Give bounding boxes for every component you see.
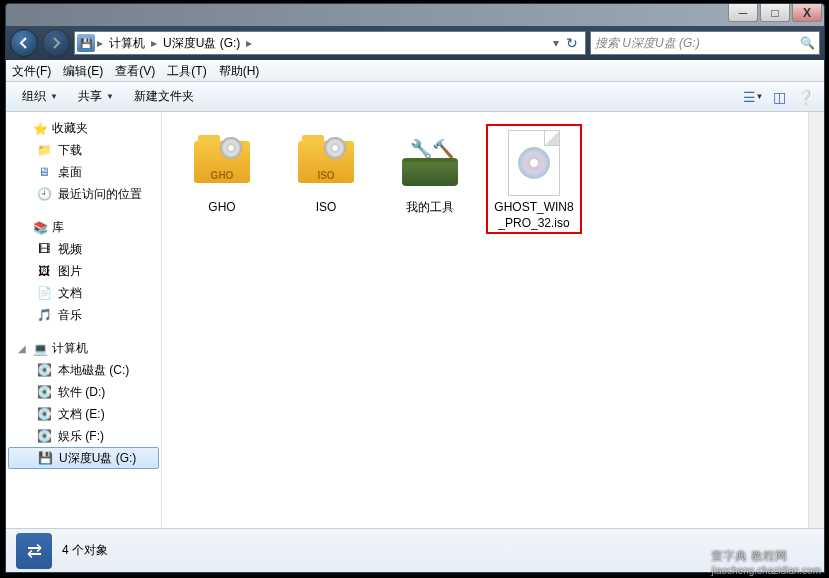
sidebar-label: 文档 — [58, 285, 82, 302]
file-ghost-iso[interactable]: GHOST_WIN8_PRO_32.iso — [486, 124, 582, 234]
organize-button[interactable]: 组织 ▼ — [14, 86, 66, 107]
breadcrumb-computer[interactable]: 计算机 — [105, 32, 149, 54]
breadcrumb-arrow-icon[interactable]: ▸ — [149, 36, 159, 50]
sidebar-item-drive-e[interactable]: 💽 文档 (E:) — [6, 403, 161, 425]
nav-bar: 💾 ▸ 计算机 ▸ U深度U盘 (G:) ▸ ▾ ↻ 搜索 U深度U盘 (G:)… — [6, 26, 824, 60]
sidebar-group-favorites: ⭐ 收藏夹 📁 下载 🖥 桌面 🕘 最近访问的位置 — [6, 118, 161, 205]
view-options-button[interactable]: ☰ ▼ — [742, 86, 764, 108]
sidebar-label: 桌面 — [58, 164, 82, 181]
new-folder-button[interactable]: 新建文件夹 — [126, 86, 202, 107]
vertical-scrollbar[interactable] — [808, 112, 824, 528]
sidebar-item-drive-g[interactable]: 💾 U深度U盘 (G:) — [8, 447, 159, 469]
folder-gho[interactable]: GHO GHO — [174, 124, 270, 234]
search-icon[interactable]: 🔍 — [800, 36, 815, 50]
sidebar-item-drive-f[interactable]: 💽 娱乐 (F:) — [6, 425, 161, 447]
sidebar-item-desktop[interactable]: 🖥 桌面 — [6, 161, 161, 183]
arrow-right-icon — [49, 36, 63, 50]
toolbox-icon: 🔧🔨 — [396, 128, 464, 196]
watermark: 查字典 教程网 jiaocheng.chazidian.com — [711, 548, 821, 576]
menu-help[interactable]: 帮助(H) — [219, 63, 260, 80]
sidebar-label: 娱乐 (F:) — [58, 428, 104, 445]
collapse-icon[interactable]: ◢ — [18, 343, 28, 354]
titlebar[interactable]: ─ □ X — [6, 4, 824, 26]
video-icon: 🎞 — [36, 241, 52, 257]
iso-file-icon — [500, 130, 568, 196]
minimize-button[interactable]: ─ — [728, 4, 758, 22]
status-bar: ⇄ 4 个对象 — [6, 528, 824, 572]
folder-icon: GHO — [188, 128, 256, 196]
sidebar-label: 最近访问的位置 — [58, 186, 142, 203]
close-button[interactable]: X — [792, 4, 822, 22]
file-list[interactable]: GHO GHO ISO ISO 🔧🔨 我的工具 GHOST_WIN8_PRO_3… — [162, 112, 808, 528]
drive-icon: 💾 — [77, 34, 95, 52]
toolbar: 组织 ▼ 共享 ▼ 新建文件夹 ☰ ▼ ◫ ❔ — [6, 82, 824, 112]
menu-edit[interactable]: 编辑(E) — [63, 63, 103, 80]
chevron-down-icon: ▼ — [50, 92, 58, 101]
sidebar-label: 库 — [52, 219, 64, 236]
sidebar-label: 图片 — [58, 263, 82, 280]
star-icon: ⭐ — [32, 121, 48, 137]
sidebar-item-documents[interactable]: 📄 文档 — [6, 282, 161, 304]
share-button[interactable]: 共享 ▼ — [70, 86, 122, 107]
explorer-window: ─ □ X 💾 ▸ 计算机 ▸ U深度U盘 (G:) ▸ ▾ ↻ 搜索 U深度U… — [5, 3, 825, 573]
arrow-left-icon — [17, 36, 31, 50]
sidebar-item-drive-c[interactable]: 💽 本地磁盘 (C:) — [6, 359, 161, 381]
breadcrumb-arrow-icon[interactable]: ▸ — [95, 36, 105, 50]
sidebar-item-pictures[interactable]: 🖼 图片 — [6, 260, 161, 282]
library-icon: 📚 — [32, 220, 48, 236]
breadcrumb-arrow-icon[interactable]: ▸ — [244, 36, 254, 50]
sidebar-label: U深度U盘 (G:) — [59, 450, 136, 467]
sidebar-label: 收藏夹 — [52, 120, 88, 137]
file-label: 我的工具 — [406, 200, 454, 216]
status-text: 4 个对象 — [62, 542, 108, 559]
preview-pane-button[interactable]: ◫ — [768, 86, 790, 108]
sidebar-group-computer: ◢ 💻 计算机 💽 本地磁盘 (C:) 💽 软件 (D:) 💽 文档 (E:) — [6, 338, 161, 469]
desktop-icon: 🖥 — [36, 164, 52, 180]
sidebar-item-recent[interactable]: 🕘 最近访问的位置 — [6, 183, 161, 205]
drive-icon: 💽 — [36, 384, 52, 400]
sidebar-item-videos[interactable]: 🎞 视频 — [6, 238, 161, 260]
dropdown-icon[interactable]: ▾ — [551, 36, 561, 50]
address-bar[interactable]: 💾 ▸ 计算机 ▸ U深度U盘 (G:) ▸ ▾ ↻ — [74, 31, 586, 55]
menu-tools[interactable]: 工具(T) — [167, 63, 206, 80]
folder-icon: 📁 — [36, 142, 52, 158]
drive-icon: 💽 — [36, 406, 52, 422]
sidebar-label: 本地磁盘 (C:) — [58, 362, 129, 379]
document-icon: 📄 — [36, 285, 52, 301]
drive-icon: 💽 — [36, 362, 52, 378]
sidebar-item-music[interactable]: 🎵 音乐 — [6, 304, 161, 326]
folder-tools[interactable]: 🔧🔨 我的工具 — [382, 124, 478, 234]
search-placeholder: 搜索 U深度U盘 (G:) — [595, 35, 700, 52]
folder-icon: ISO — [292, 128, 360, 196]
sidebar-head-computer[interactable]: ◢ 💻 计算机 — [6, 338, 161, 359]
usb-drive-icon: 💾 — [37, 450, 53, 466]
navigation-pane: ⭐ 收藏夹 📁 下载 🖥 桌面 🕘 最近访问的位置 — [6, 112, 162, 528]
file-label: GHOST_WIN8_PRO_32.iso — [492, 200, 576, 231]
refresh-button[interactable]: ↻ — [561, 32, 583, 54]
menu-view[interactable]: 查看(V) — [115, 63, 155, 80]
file-label: GHO — [208, 200, 235, 216]
sidebar-group-libraries: 📚 库 🎞 视频 🖼 图片 📄 文档 🎵 音乐 — [6, 217, 161, 326]
folder-iso[interactable]: ISO ISO — [278, 124, 374, 234]
drive-icon: 💽 — [36, 428, 52, 444]
back-button[interactable] — [10, 29, 38, 57]
organize-label: 组织 — [22, 88, 46, 105]
sidebar-head-favorites[interactable]: ⭐ 收藏夹 — [6, 118, 161, 139]
maximize-button[interactable]: □ — [760, 4, 790, 22]
sidebar-label: 下载 — [58, 142, 82, 159]
sidebar-item-downloads[interactable]: 📁 下载 — [6, 139, 161, 161]
breadcrumb-drive[interactable]: U深度U盘 (G:) — [159, 32, 244, 54]
sidebar-label: 计算机 — [52, 340, 88, 357]
recent-icon: 🕘 — [36, 186, 52, 202]
share-label: 共享 — [78, 88, 102, 105]
sidebar-head-libraries[interactable]: 📚 库 — [6, 217, 161, 238]
forward-button[interactable] — [42, 29, 70, 57]
file-label: ISO — [316, 200, 337, 216]
search-input[interactable]: 搜索 U深度U盘 (G:) 🔍 — [590, 31, 820, 55]
chevron-down-icon: ▼ — [106, 92, 114, 101]
help-button[interactable]: ❔ — [794, 86, 816, 108]
sidebar-item-drive-d[interactable]: 💽 软件 (D:) — [6, 381, 161, 403]
menu-file[interactable]: 文件(F) — [12, 63, 51, 80]
menu-bar: 文件(F) 编辑(E) 查看(V) 工具(T) 帮助(H) — [6, 60, 824, 82]
content-area: ⭐ 收藏夹 📁 下载 🖥 桌面 🕘 最近访问的位置 — [6, 112, 824, 528]
